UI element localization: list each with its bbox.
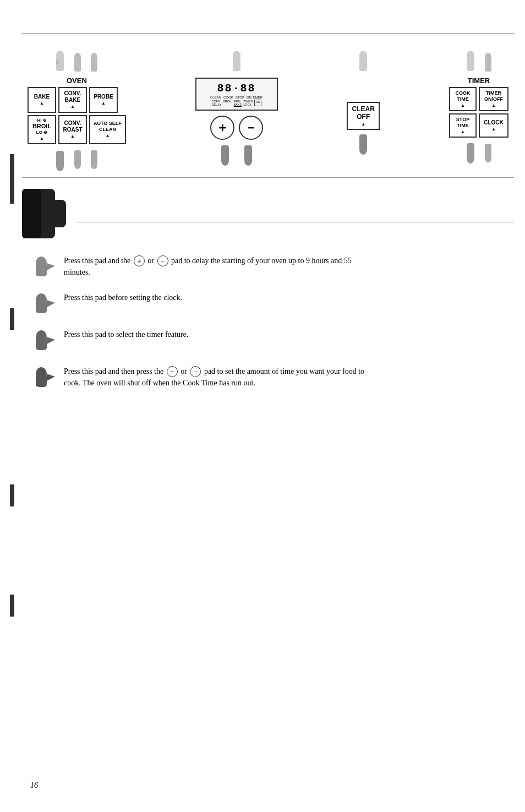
svg-point-10: [74, 160, 81, 169]
timer-buttons: COOKTIME ▲ TIMERON/OFF ▲ STOPTIME ▲ CLOC…: [449, 87, 508, 138]
big-hand-section: [22, 189, 514, 238]
top-rule: [22, 33, 514, 34]
sidebar-accent-4: [10, 595, 14, 617]
broil-button[interactable]: HI ⊕ BROIL LO ⊖ ▲: [28, 115, 56, 144]
svg-point-2: [56, 59, 59, 65]
clear-finger-down: [356, 132, 371, 156]
timer-finger-up-2: [482, 52, 495, 74]
inline-plus-icon: +: [134, 255, 145, 266]
svg-point-16: [221, 156, 229, 166]
instructions-section: Press this pad and the + or − pad to del…: [22, 255, 514, 390]
svg-point-22: [359, 145, 367, 155]
oven-fingers-up: [52, 50, 101, 74]
svg-rect-35: [36, 263, 47, 276]
mid-rule: [22, 177, 514, 178]
timer-btn-row-2: STOPTIME ▲ CLOCK ▲: [449, 113, 508, 138]
timer-btn-row-1: COOKTIME ▲ TIMERON/OFF ▲: [449, 87, 508, 111]
hand-timer-icon: [28, 329, 55, 353]
sidebar-accent-3: [10, 484, 14, 506]
instruction-cook-time-text: Press this pad and then press the + or −…: [64, 366, 367, 389]
disp-timed: TIMEDLOCK: [243, 100, 253, 106]
clear-off-button[interactable]: CLEAROFF ▲: [347, 102, 380, 130]
instruction-delay-text: Press this pad and the + or − pad to del…: [64, 255, 367, 279]
hand-cook-time-icon: [28, 366, 55, 390]
minus-button[interactable]: －: [239, 116, 263, 140]
svg-rect-4: [74, 57, 81, 72]
bake-button[interactable]: BAKE ▲: [28, 87, 56, 113]
svg-rect-44: [36, 374, 47, 387]
conv-roast-arrow: ▲: [70, 134, 75, 139]
probe-button[interactable]: PROBE ▲: [89, 87, 118, 113]
sidebar-accent-2: [10, 308, 14, 330]
hand-delay-icon: [28, 255, 55, 280]
display-label-ontimer: ON TIMER: [247, 96, 262, 99]
timer-label: TIMER: [468, 77, 490, 85]
lcd-display: 88·88: [201, 82, 272, 95]
hand-clock-icon: [28, 292, 55, 317]
oven-btn-row-2: HI ⊕ BROIL LO ⊖ ▲ CONV.ROAST ▲ AUTO SELF…: [28, 115, 126, 144]
svg-rect-38: [36, 300, 47, 313]
timer-fingers-down: [463, 141, 495, 165]
disp-broil: BROIL: [223, 100, 232, 106]
svg-marker-45: [47, 374, 55, 381]
disp-conv: CONVDELAY: [211, 100, 221, 106]
disp-pre-bake: PRE-BAKE: [234, 100, 242, 106]
finger-up-2: [71, 52, 84, 74]
display-finger-up: [229, 50, 244, 74]
clear-off-arrow: ▲: [361, 122, 365, 127]
instruction-cook-time: Press this pad and then press the + or −…: [28, 366, 514, 390]
svg-marker-39: [47, 300, 55, 307]
timer-on-off-arrow: ▲: [491, 103, 496, 108]
cook-time-button[interactable]: COOKTIME ▲: [449, 87, 477, 111]
oven-btn-row-1: BAKE ▲ CONV.BAKE ▲ PROBE ▲: [28, 87, 126, 113]
timer-section: TIMER COOKTIME ▲ TIMERON/OFF ▲ STOPTIME: [449, 50, 508, 165]
sidebar: [0, 0, 10, 812]
minus-finger-down: [240, 143, 256, 167]
instruction-timer-text: Press this pad to select the timer featu…: [64, 329, 188, 340]
oven-section: OVEN BAKE ▲ CONV.BAKE ▲ PROBE ▲: [28, 50, 126, 172]
svg-rect-14: [233, 56, 240, 71]
broil-arrow: ▲: [40, 136, 44, 141]
timer-finger-down-2: [482, 141, 495, 163]
svg-point-30: [485, 154, 491, 162]
svg-point-12: [91, 160, 97, 169]
inline-minus-2-icon: −: [190, 366, 201, 377]
svg-marker-42: [47, 337, 55, 344]
instruction-clock: Press this pad before setting the clock.: [28, 292, 514, 317]
control-panel-diagram: OVEN BAKE ▲ CONV.BAKE ▲ PROBE ▲: [22, 50, 514, 172]
bake-arrow: ▲: [40, 101, 44, 106]
svg-marker-36: [47, 263, 55, 270]
plus-finger-down: [217, 143, 233, 167]
svg-rect-24: [467, 56, 474, 71]
finger-up-3: [88, 52, 101, 74]
clear-finger-up: [356, 50, 371, 74]
auto-self-clean-button[interactable]: AUTO SELFCLEAN ▲: [89, 115, 126, 144]
oven-buttons: BAKE ▲ CONV.BAKE ▲ PROBE ▲ HI ⊕: [28, 87, 126, 144]
svg-point-8: [56, 161, 64, 171]
svg-point-28: [467, 154, 474, 164]
page-number: 16: [30, 781, 38, 790]
probe-arrow: ▲: [101, 101, 106, 106]
timer-on-off-button[interactable]: TIMERON/OFF ▲: [479, 87, 508, 111]
disp-on: ON: [254, 100, 261, 106]
stop-time-arrow: ▲: [461, 129, 465, 135]
instruction-timer: Press this pad to select the timer featu…: [28, 329, 514, 353]
conv-roast-button[interactable]: CONV.ROAST ▲: [58, 115, 87, 144]
conv-bake-button[interactable]: CONV.BAKE ▲: [58, 87, 87, 113]
svg-rect-33: [22, 189, 41, 238]
inline-minus-icon: −: [157, 255, 168, 266]
oven-label: OVEN: [67, 77, 87, 85]
clock-button[interactable]: CLOCK ▲: [479, 113, 508, 138]
sidebar-accent-1: [10, 154, 14, 204]
plus-button[interactable]: ＋: [210, 116, 234, 140]
svg-point-18: [244, 156, 252, 166]
stop-time-button[interactable]: STOPTIME ▲: [449, 113, 477, 138]
display-section: 88·88 CLEAN COOK STOP ON TIMER CONVDELAY…: [195, 50, 278, 167]
timer-finger-down-1: [463, 141, 478, 165]
timer-finger-up-1: [463, 50, 478, 74]
clear-section: CLEAROFF ▲: [347, 50, 380, 156]
finger-down-2: [71, 148, 84, 170]
cook-time-arrow: ▲: [461, 103, 465, 108]
display-label-stop: STOP: [236, 96, 244, 99]
finger-up-1: [52, 50, 68, 74]
